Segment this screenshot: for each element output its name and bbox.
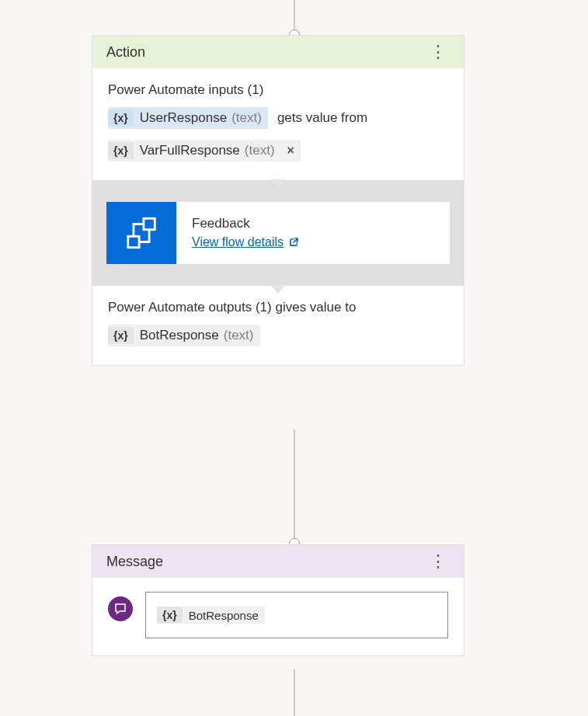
source-row: {x} VarFullResponse (text) × — [108, 140, 448, 162]
action-inputs-section: Power Automate inputs (1) {x} UserRespon… — [92, 68, 464, 180]
variable-icon: {x} — [108, 109, 134, 127]
output-variable-type: (text) — [221, 328, 260, 343]
variable-icon: {x} — [108, 327, 134, 344]
flow-link-label: View flow details — [192, 235, 284, 249]
message-body: {x} BotResponse — [92, 578, 464, 655]
svg-rect-1 — [128, 236, 139, 247]
action-card[interactable]: Action ⋮ Power Automate inputs (1) {x} U… — [92, 35, 464, 366]
message-variable-chip[interactable]: {x} BotResponse — [157, 607, 265, 624]
connector-line — [294, 669, 294, 716]
flow-name: Feedback — [192, 216, 299, 231]
bridge-text: gets value from — [274, 109, 371, 127]
inputs-row: {x} UserResponse (text) gets value from — [108, 107, 448, 129]
outputs-heading: Power Automate outputs (1) gives value t… — [108, 300, 448, 315]
flow-box[interactable]: Feedback View flow details — [106, 202, 450, 264]
message-title: Message — [106, 554, 163, 570]
action-header: Action ⋮ — [92, 36, 464, 68]
source-variable-chip[interactable]: {x} VarFullResponse (text) × — [108, 140, 301, 162]
flow-text: Feedback View flow details — [176, 202, 315, 264]
output-variable-chip[interactable]: {x} BotResponse (text) — [108, 325, 260, 346]
arrow-down-icon — [270, 285, 286, 294]
more-icon[interactable]: ⋮ — [426, 553, 450, 570]
view-flow-details-link[interactable]: View flow details — [192, 235, 299, 249]
svg-rect-0 — [144, 218, 155, 229]
external-link-icon — [288, 237, 299, 248]
source-variable-type: (text) — [242, 143, 281, 158]
message-card[interactable]: Message ⋮ {x} BotResponse — [92, 544, 464, 656]
input-variable-name: UserResponse — [138, 110, 228, 126]
chat-icon — [108, 596, 133, 621]
action-outputs-section: Power Automate outputs (1) gives value t… — [92, 286, 464, 365]
source-variable-name: VarFullResponse — [138, 143, 242, 158]
flow-section: Feedback View flow details — [92, 180, 464, 286]
message-content-field[interactable]: {x} BotResponse — [145, 592, 448, 638]
flow-canvas: Action ⋮ Power Automate inputs (1) {x} U… — [0, 0, 588, 716]
output-variable-name: BotResponse — [138, 328, 221, 343]
arrow-down-icon — [270, 179, 286, 188]
inputs-heading: Power Automate inputs (1) — [108, 82, 448, 98]
input-variable-type: (text) — [228, 110, 268, 126]
action-title: Action — [106, 44, 145, 61]
input-variable-chip[interactable]: {x} UserResponse (text) — [108, 107, 268, 129]
message-header: Message ⋮ — [92, 545, 464, 578]
variable-icon: {x} — [108, 142, 134, 159]
remove-icon[interactable]: × — [281, 144, 301, 158]
outputs-row: {x} BotResponse (text) — [108, 325, 448, 346]
more-icon[interactable]: ⋮ — [426, 43, 450, 61]
message-variable-name: BotResponse — [187, 609, 265, 622]
flow-icon — [106, 202, 176, 264]
connector-line — [294, 429, 294, 544]
variable-icon: {x} — [157, 607, 183, 624]
